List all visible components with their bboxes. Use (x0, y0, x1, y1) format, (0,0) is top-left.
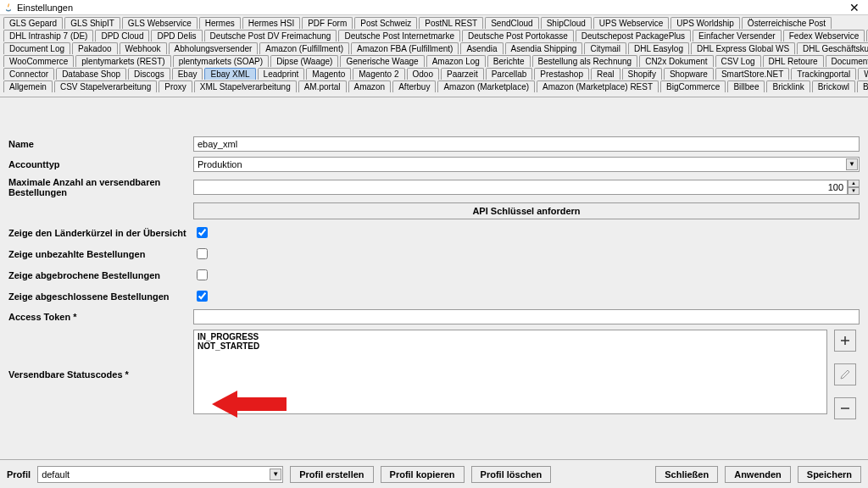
tab-pakadoo[interactable]: Pakadoo (72, 42, 117, 54)
tab-dpd-delis[interactable]: DPD Delis (151, 30, 202, 42)
tab-dhl-intraship-7-de-[interactable]: DHL Intraship 7 (DE) (3, 30, 93, 42)
tab-magento-2[interactable]: Magento 2 (353, 68, 404, 80)
tab-trackingportal[interactable]: Trackingportal (791, 68, 856, 80)
tab-dhl-express-global-ws[interactable]: DHL Express Global WS (691, 42, 795, 54)
tab-proxy[interactable]: Proxy (159, 80, 192, 92)
close-icon[interactable]: ✕ (846, 1, 863, 14)
tab-ebay[interactable]: Ebay (172, 68, 203, 80)
tab-shipcloud[interactable]: ShipCloud (541, 17, 592, 29)
tab-citymail[interactable]: Citymail (584, 42, 626, 54)
tab-odoo[interactable]: Odoo (407, 68, 439, 80)
tab-magento[interactable]: Magento (306, 68, 351, 80)
show-unpaid-checkbox[interactable] (197, 248, 208, 259)
tab-einfacher-versender[interactable]: Einfacher Versender (693, 30, 782, 42)
tab-bricklink[interactable]: Bricklink (766, 80, 810, 92)
tab-am-portal[interactable]: AM.portal (298, 80, 347, 92)
tab-document-downloader[interactable]: Document Downloader (826, 55, 868, 67)
tab-deutsche-post-portokasse[interactable]: Deutsche Post Portokasse (462, 30, 574, 42)
tab-billbee[interactable]: Billbee (727, 80, 765, 92)
spinner-down-icon[interactable]: ▼ (848, 187, 860, 195)
tab-xml-stapelverarbeitung[interactable]: XML Stapelverarbeitung (194, 80, 297, 92)
tab-asendia[interactable]: Asendia (460, 42, 503, 54)
tab-berichte[interactable]: Berichte (487, 55, 531, 67)
close-button[interactable]: Schließen (655, 466, 718, 483)
tab-gls-webservice[interactable]: GLS Webservice (122, 17, 198, 29)
tab-dhl-gesch-ftskundenversand[interactable]: DHL Geschäftskundenversand (797, 42, 868, 54)
tab-amazon-marketplace-rest[interactable]: Amazon (Marketplace) REST (537, 80, 659, 92)
tab-asendia-shipping[interactable]: Asendia Shipping (505, 42, 583, 54)
tab-ebay-xml[interactable]: Ebay XML (204, 68, 255, 80)
tab-document-log[interactable]: Document Log (3, 42, 70, 54)
show-completed-checkbox[interactable] (197, 291, 208, 302)
tab-webhook[interactable]: Webhook (120, 42, 167, 54)
tab-plentymarkets-rest-[interactable]: plentymarkets (REST) (75, 55, 170, 67)
api-key-button[interactable]: API Schlüssel anfordern (193, 202, 860, 219)
apply-button[interactable]: Anwenden (725, 466, 791, 483)
tab-amazon-fba-fulfillment-[interactable]: Amazon FBA (Fulfillment) (351, 42, 459, 54)
tab-shopify[interactable]: Shopify (622, 68, 662, 80)
profile-create-button[interactable]: Profil erstellen (290, 466, 373, 483)
statuscodes-listbox[interactable]: IN_PROGRESS NOT_STARTED (193, 330, 827, 414)
add-statuscode-button[interactable] (834, 330, 856, 352)
tab-sendcloud[interactable]: SendCloud (485, 17, 538, 29)
tab-paarzeit[interactable]: Paarzeit (441, 68, 484, 80)
tab-connector[interactable]: Connector (3, 68, 54, 80)
remove-statuscode-button[interactable] (834, 397, 856, 419)
tab-ups-webservice[interactable]: UPS Webservice (593, 17, 669, 29)
tab-hermes[interactable]: Hermes (199, 17, 241, 29)
save-button[interactable]: Speichern (798, 466, 861, 483)
tab-gls-shipit[interactable]: GLS ShipIT (64, 17, 120, 29)
tab-dhl-retoure[interactable]: DHL Retoure (763, 55, 824, 67)
tab--sterreichische-post[interactable]: Österreichische Post (742, 17, 832, 29)
tab-dhl-easylog[interactable]: DHL Easylog (628, 42, 689, 54)
tab-bestellung-als-rechnung[interactable]: Bestellung als Rechnung (532, 55, 638, 67)
tab-hermes-hsi[interactable]: Hermes HSI (242, 17, 300, 29)
tab-database-shop[interactable]: Database Shop (56, 68, 126, 80)
chevron-down-icon[interactable]: ▼ (270, 469, 281, 480)
tab-real[interactable]: Real (591, 68, 620, 80)
tab-csv-log[interactable]: CSV Log (715, 55, 761, 67)
tab-amazon-marketplace-[interactable]: Amazon (Marketplace) (437, 80, 535, 92)
tab-generische-waage[interactable]: Generische Waage (340, 55, 424, 67)
tab-dpd-cloud[interactable]: DPD Cloud (95, 30, 149, 42)
tab-cn2x-dokument[interactable]: CN2x Dokument (639, 55, 713, 67)
show-country-checkbox[interactable] (197, 227, 208, 238)
tab-csv-stapelverarbeitung[interactable]: CSV Stapelverarbeitung (54, 80, 157, 92)
tab-woocommerce[interactable]: WooCommerce (3, 55, 74, 67)
profile-select[interactable] (37, 466, 283, 483)
tab-deutsche-post-dv-freimachung[interactable]: Deutsche Post DV Freimachung (204, 30, 337, 42)
tab-leadprint[interactable]: Leadprint (258, 68, 305, 80)
tab-amazon[interactable]: Amazon (348, 80, 392, 92)
accounttype-select[interactable] (193, 157, 860, 172)
tab-weclapp[interactable]: Weclapp (858, 68, 868, 80)
tab-brickscout[interactable]: Brickscout (857, 80, 868, 92)
tab-amazon-fulfillment-[interactable]: Amazon (Fulfillment) (259, 42, 349, 54)
name-input[interactable] (193, 136, 860, 152)
profile-delete-button[interactable]: Profil löschen (471, 466, 552, 483)
chevron-down-icon[interactable]: ▼ (846, 158, 858, 170)
tab-smartstore-net[interactable]: SmartStore.NET (715, 68, 789, 80)
tab-amazon-log[interactable]: Amazon Log (426, 55, 486, 67)
tab-deutschepost-packageplus[interactable]: Deutschepost PackagePlus (576, 30, 691, 42)
tab-dipse-waage-[interactable]: Dipse (Waage) (270, 55, 338, 67)
tab-gls-gepard[interactable]: GLS Gepard (3, 17, 63, 29)
list-item[interactable]: IN_PROGRESS (198, 332, 823, 341)
show-cancelled-checkbox[interactable] (197, 269, 208, 280)
tab-parcellab[interactable]: Parcellab (486, 68, 533, 80)
tab-discogs[interactable]: Discogs (128, 68, 170, 80)
tab-shopware[interactable]: Shopware (664, 68, 714, 80)
tab-deutsche-post-internetmarke[interactable]: Deutsche Post Internetmarke (338, 30, 460, 42)
tab-abholungsversender[interactable]: Abholungsversender (169, 42, 259, 54)
tab-plentymarkets-soap-[interactable]: plentymarkets (SOAP) (173, 55, 269, 67)
tab-ups-worldship[interactable]: UPS Worldship (670, 17, 740, 29)
tab-allgemein[interactable]: Allgemein (3, 80, 53, 92)
maxorders-input[interactable] (193, 180, 848, 195)
tab-brickowl[interactable]: Brickowl (812, 80, 855, 92)
edit-statuscode-button[interactable] (834, 363, 856, 385)
tab-post-schweiz[interactable]: Post Schweiz (354, 17, 417, 29)
spinner-up-icon[interactable]: ▲ (848, 180, 860, 187)
tab-bigcommerce[interactable]: BigCommerce (660, 80, 726, 92)
list-item[interactable]: NOT_STARTED (198, 341, 823, 351)
access-token-input[interactable] (193, 309, 860, 324)
tab-afterbuy[interactable]: Afterbuy (392, 80, 436, 92)
